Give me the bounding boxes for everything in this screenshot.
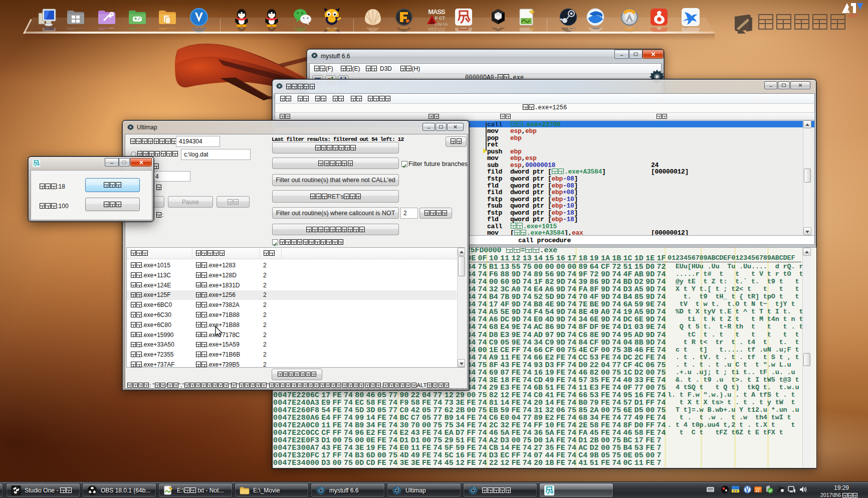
- svg-text:MASS: MASS: [428, 28, 446, 33]
- svg-text:2017: 2017: [849, 14, 858, 18]
- svg-text:F CT: F CT: [435, 16, 445, 21]
- svg-text:ROM DA: ROM DA: [435, 23, 448, 26]
- svg-text:MASS: MASS: [428, 8, 446, 16]
